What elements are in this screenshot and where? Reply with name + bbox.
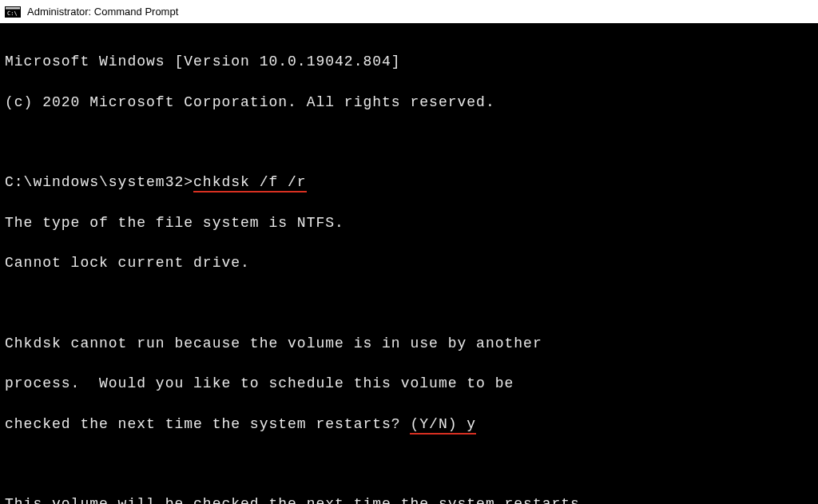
terminal-text: checked the next time the system restart… xyxy=(5,416,410,432)
terminal-blank xyxy=(5,454,813,474)
terminal-line: (c) 2020 Microsoft Corporation. All righ… xyxy=(5,93,813,113)
window-title: Administrator: Command Prompt xyxy=(27,6,178,18)
entered-command: chkdsk /f /r xyxy=(193,174,307,192)
cmd-icon: C:\ xyxy=(5,6,21,18)
terminal-blank xyxy=(5,133,813,153)
window-title-bar: C:\ Administrator: Command Prompt xyxy=(0,0,818,24)
terminal-blank xyxy=(5,293,813,313)
terminal-line: process. Would you like to schedule this… xyxy=(5,374,813,394)
terminal-line: checked the next time the system restart… xyxy=(5,415,813,435)
yn-response: (Y/N) y xyxy=(410,416,476,435)
svg-rect-1 xyxy=(6,7,20,10)
terminal-command-line: C:\windows\system32>chkdsk /f /r xyxy=(5,173,813,192)
prompt: C:\windows\system32> xyxy=(5,174,193,190)
terminal-line: Microsoft Windows [Version 10.0.19042.80… xyxy=(5,52,813,72)
terminal-line: The type of the file system is NTFS. xyxy=(5,213,813,233)
terminal-line: Cannot lock current drive. xyxy=(5,253,813,273)
terminal-line: Chkdsk cannot run because the volume is … xyxy=(5,334,813,354)
terminal-output[interactable]: Microsoft Windows [Version 10.0.19042.80… xyxy=(0,24,818,504)
terminal-line: This volume will be checked the next tim… xyxy=(5,494,813,504)
svg-text:C:\: C:\ xyxy=(7,10,18,17)
